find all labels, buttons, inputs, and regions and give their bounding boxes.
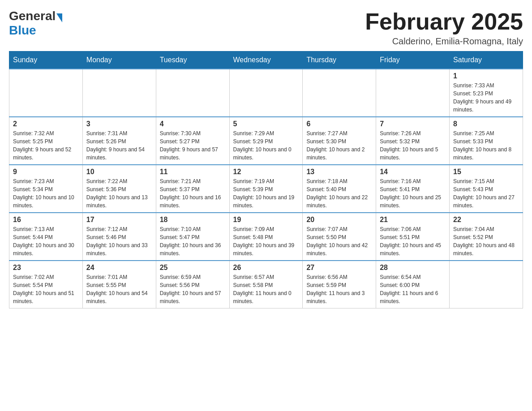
calendar-cell: 3Sunrise: 7:31 AM Sunset: 5:26 PM Daylig… [82,117,156,165]
day-info: Sunrise: 7:06 AM Sunset: 5:51 PM Dayligh… [380,225,446,257]
calendar-day-header: Thursday [303,51,376,69]
calendar-cell [450,261,523,308]
day-number: 19 [233,216,299,224]
day-info: Sunrise: 7:29 AM Sunset: 5:29 PM Dayligh… [233,129,299,162]
calendar-cell: 24Sunrise: 7:01 AM Sunset: 5:55 PM Dayli… [82,261,156,308]
day-number: 2 [13,120,79,128]
calendar-cell: 18Sunrise: 7:10 AM Sunset: 5:47 PM Dayli… [156,213,229,261]
calendar-cell: 13Sunrise: 7:18 AM Sunset: 5:40 PM Dayli… [303,165,376,213]
day-info: Sunrise: 7:07 AM Sunset: 5:50 PM Dayligh… [306,225,372,257]
day-number: 17 [86,216,152,224]
calendar-day-header: Friday [376,51,450,69]
calendar-week-row: 2Sunrise: 7:32 AM Sunset: 5:25 PM Daylig… [9,117,523,165]
day-number: 10 [86,168,152,176]
calendar-day-header: Wednesday [229,51,303,69]
day-number: 23 [13,264,79,272]
calendar-week-row: 16Sunrise: 7:13 AM Sunset: 5:44 PM Dayli… [9,213,523,261]
calendar-cell: 6Sunrise: 7:27 AM Sunset: 5:30 PM Daylig… [303,117,376,165]
day-info: Sunrise: 6:56 AM Sunset: 5:59 PM Dayligh… [306,273,372,305]
calendar-cell: 8Sunrise: 7:25 AM Sunset: 5:33 PM Daylig… [450,117,523,165]
day-number: 6 [306,120,372,128]
day-info: Sunrise: 7:32 AM Sunset: 5:25 PM Dayligh… [13,129,79,162]
day-info: Sunrise: 6:57 AM Sunset: 5:58 PM Dayligh… [233,273,299,305]
calendar-cell: 9Sunrise: 7:23 AM Sunset: 5:34 PM Daylig… [9,165,83,213]
day-info: Sunrise: 7:09 AM Sunset: 5:48 PM Dayligh… [233,225,299,257]
location-text: Calderino, Emilia-Romagna, Italy [365,36,523,47]
day-info: Sunrise: 6:54 AM Sunset: 6:00 PM Dayligh… [380,273,446,305]
day-info: Sunrise: 6:59 AM Sunset: 5:56 PM Dayligh… [160,273,226,305]
day-info: Sunrise: 7:27 AM Sunset: 5:30 PM Dayligh… [306,129,372,162]
title-section: February 2025 Calderino, Emilia-Romagna,… [365,9,523,47]
day-info: Sunrise: 7:12 AM Sunset: 5:46 PM Dayligh… [86,225,152,257]
calendar-cell [9,69,83,117]
calendar-cell [156,69,229,117]
calendar-week-row: 23Sunrise: 7:02 AM Sunset: 5:54 PM Dayli… [9,261,523,308]
day-info: Sunrise: 7:13 AM Sunset: 5:44 PM Dayligh… [13,225,79,257]
day-number: 11 [160,168,226,176]
calendar-cell [82,69,156,117]
calendar-cell: 21Sunrise: 7:06 AM Sunset: 5:51 PM Dayli… [376,213,450,261]
calendar-day-header: Monday [82,51,156,69]
calendar-cell: 27Sunrise: 6:56 AM Sunset: 5:59 PM Dayli… [303,261,376,308]
day-number: 5 [233,120,299,128]
logo-triangle-icon [56,13,62,22]
calendar-cell: 7Sunrise: 7:26 AM Sunset: 5:32 PM Daylig… [376,117,450,165]
day-info: Sunrise: 7:31 AM Sunset: 5:26 PM Dayligh… [86,129,152,162]
calendar-week-row: 9Sunrise: 7:23 AM Sunset: 5:34 PM Daylig… [9,165,523,213]
day-info: Sunrise: 7:10 AM Sunset: 5:47 PM Dayligh… [160,225,226,257]
day-info: Sunrise: 7:21 AM Sunset: 5:37 PM Dayligh… [160,177,226,210]
day-number: 7 [380,120,446,128]
calendar-header-row: SundayMondayTuesdayWednesdayThursdayFrid… [9,51,523,69]
day-info: Sunrise: 7:33 AM Sunset: 5:23 PM Dayligh… [453,81,519,114]
calendar-cell: 4Sunrise: 7:30 AM Sunset: 5:27 PM Daylig… [156,117,229,165]
calendar-cell: 2Sunrise: 7:32 AM Sunset: 5:25 PM Daylig… [9,117,83,165]
day-info: Sunrise: 7:22 AM Sunset: 5:36 PM Dayligh… [86,177,152,210]
month-title: February 2025 [365,9,523,34]
calendar-day-header: Saturday [450,51,523,69]
calendar-week-row: 1Sunrise: 7:33 AM Sunset: 5:23 PM Daylig… [9,69,523,117]
day-number: 26 [233,264,299,272]
calendar-cell: 12Sunrise: 7:19 AM Sunset: 5:39 PM Dayli… [229,165,303,213]
calendar-cell: 10Sunrise: 7:22 AM Sunset: 5:36 PM Dayli… [82,165,156,213]
day-number: 15 [453,168,519,176]
calendar-cell: 26Sunrise: 6:57 AM Sunset: 5:58 PM Dayli… [229,261,303,308]
calendar-cell: 5Sunrise: 7:29 AM Sunset: 5:29 PM Daylig… [229,117,303,165]
day-number: 28 [380,264,446,272]
day-info: Sunrise: 7:19 AM Sunset: 5:39 PM Dayligh… [233,177,299,210]
calendar-cell: 1Sunrise: 7:33 AM Sunset: 5:23 PM Daylig… [450,69,523,117]
day-number: 14 [380,168,446,176]
day-number: 4 [160,120,226,128]
calendar-cell: 15Sunrise: 7:15 AM Sunset: 5:43 PM Dayli… [450,165,523,213]
calendar-cell [303,69,376,117]
day-number: 18 [160,216,226,224]
day-info: Sunrise: 7:16 AM Sunset: 5:41 PM Dayligh… [380,177,446,210]
calendar-day-header: Tuesday [156,51,229,69]
logo-general-text: General [9,9,56,23]
calendar-cell: 25Sunrise: 6:59 AM Sunset: 5:56 PM Dayli… [156,261,229,308]
calendar-cell: 17Sunrise: 7:12 AM Sunset: 5:46 PM Dayli… [82,213,156,261]
calendar-cell: 28Sunrise: 6:54 AM Sunset: 6:00 PM Dayli… [376,261,450,308]
day-info: Sunrise: 7:01 AM Sunset: 5:55 PM Dayligh… [86,273,152,305]
day-info: Sunrise: 7:04 AM Sunset: 5:52 PM Dayligh… [453,225,519,257]
calendar-day-header: Sunday [9,51,83,69]
calendar-table: SundayMondayTuesdayWednesdayThursdayFrid… [9,51,523,308]
day-number: 9 [13,168,79,176]
day-number: 27 [306,264,372,272]
day-number: 25 [160,264,226,272]
day-info: Sunrise: 7:15 AM Sunset: 5:43 PM Dayligh… [453,177,519,210]
calendar-cell: 20Sunrise: 7:07 AM Sunset: 5:50 PM Dayli… [303,213,376,261]
day-number: 20 [306,216,372,224]
day-info: Sunrise: 7:26 AM Sunset: 5:32 PM Dayligh… [380,129,446,162]
day-info: Sunrise: 7:02 AM Sunset: 5:54 PM Dayligh… [13,273,79,305]
logo: General Blue [9,9,62,38]
calendar-cell: 16Sunrise: 7:13 AM Sunset: 5:44 PM Dayli… [9,213,83,261]
day-number: 8 [453,120,519,128]
calendar-cell: 23Sunrise: 7:02 AM Sunset: 5:54 PM Dayli… [9,261,83,308]
calendar-cell: 22Sunrise: 7:04 AM Sunset: 5:52 PM Dayli… [450,213,523,261]
calendar-cell [229,69,303,117]
day-info: Sunrise: 7:18 AM Sunset: 5:40 PM Dayligh… [306,177,372,210]
day-number: 16 [13,216,79,224]
calendar-cell: 14Sunrise: 7:16 AM Sunset: 5:41 PM Dayli… [376,165,450,213]
logo-blue-text: Blue [9,23,36,38]
calendar-cell: 19Sunrise: 7:09 AM Sunset: 5:48 PM Dayli… [229,213,303,261]
